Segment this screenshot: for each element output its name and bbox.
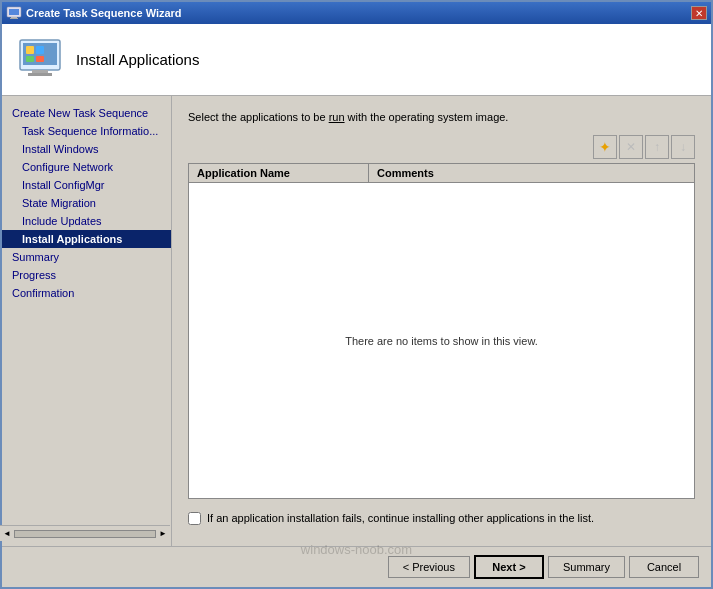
column-header-app-name: Application Name (189, 164, 369, 182)
svg-rect-7 (28, 73, 52, 76)
table-header: Application Name Comments (189, 164, 694, 183)
cancel-button[interactable]: Cancel (629, 556, 699, 578)
sidebar-item-configure-network[interactable]: Configure Network (2, 158, 171, 176)
continue-on-fail-checkbox[interactable] (188, 512, 201, 525)
content-area: Select the applications to be run with t… (172, 96, 711, 546)
previous-button[interactable]: < Previous (388, 556, 470, 578)
sidebar: Create New Task Sequence Task Sequence I… (2, 96, 172, 546)
close-button[interactable]: ✕ (691, 6, 707, 20)
svg-rect-6 (32, 70, 48, 73)
sidebar-item-install-windows[interactable]: Install Windows (2, 140, 171, 158)
header-icon (16, 36, 64, 84)
sidebar-item-progress[interactable]: Progress (2, 266, 171, 284)
content-description: Select the applications to be run with t… (188, 110, 695, 125)
sidebar-item-include-updates[interactable]: Include Updates (2, 212, 171, 230)
scroll-track[interactable] (14, 530, 156, 538)
remove-application-button[interactable]: ✕ (619, 135, 643, 159)
checkbox-area: If an application installation fails, co… (188, 499, 695, 532)
svg-rect-11 (36, 56, 44, 62)
table-body: There are no items to show in this view. (189, 183, 694, 497)
sidebar-item-task-sequence-information[interactable]: Task Sequence Informatio... (2, 122, 171, 140)
svg-rect-2 (11, 17, 17, 18)
main-content: Create New Task Sequence Task Sequence I… (2, 96, 711, 546)
next-button[interactable]: Next > (474, 555, 544, 579)
scroll-right-arrow[interactable]: ► (156, 529, 170, 538)
sidebar-item-confirmation[interactable]: Confirmation (2, 284, 171, 302)
header-section: Install Applications (2, 24, 711, 96)
sidebar-item-install-configmgr[interactable]: Install ConfigMgr (2, 176, 171, 194)
sidebar-item-summary[interactable]: Summary (2, 248, 171, 266)
title-bar-icon (6, 5, 22, 21)
summary-button[interactable]: Summary (548, 556, 625, 578)
continue-on-fail-label: If an application installation fails, co… (207, 511, 594, 526)
title-bar-text: Create Task Sequence Wizard (26, 7, 182, 19)
sidebar-item-state-migration[interactable]: State Migration (2, 194, 171, 212)
sidebar-scrollbar[interactable]: ◄ ► (2, 525, 170, 541)
move-down-button[interactable]: ↓ (671, 135, 695, 159)
move-up-button[interactable]: ↑ (645, 135, 669, 159)
toolbar: ✦ ✕ ↑ ↓ (188, 135, 695, 159)
sidebar-item-create-new-task-sequence[interactable]: Create New Task Sequence (2, 104, 171, 122)
sidebar-item-install-applications[interactable]: Install Applications (2, 230, 171, 248)
add-application-button[interactable]: ✦ (593, 135, 617, 159)
svg-rect-10 (26, 56, 34, 62)
svg-rect-8 (26, 46, 34, 54)
title-bar: Create Task Sequence Wizard ✕ (2, 2, 711, 24)
bottom-bar: < Previous Next > Summary Cancel (2, 546, 711, 587)
scroll-left-arrow[interactable]: ◄ (2, 529, 14, 538)
svg-rect-3 (10, 18, 18, 19)
header-title: Install Applications (76, 51, 199, 68)
application-list-table: Application Name Comments There are no i… (188, 163, 695, 498)
svg-rect-9 (36, 46, 44, 54)
description-link-text: run (329, 111, 345, 123)
svg-rect-1 (9, 9, 19, 15)
empty-message: There are no items to show in this view. (345, 335, 538, 347)
column-header-comments: Comments (369, 164, 694, 182)
wizard-window: Create Task Sequence Wizard ✕ Install Ap… (0, 0, 713, 589)
